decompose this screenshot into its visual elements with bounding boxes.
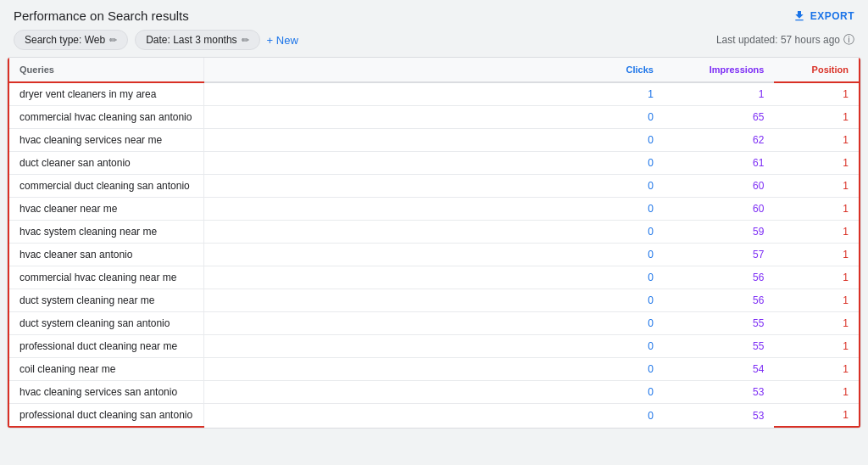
spacer-cell (203, 335, 593, 358)
query-cell: duct cleaner san antonio (8, 152, 203, 175)
new-button[interactable]: + New (267, 34, 298, 47)
date-filter[interactable]: Date: Last 3 months ✏ (135, 30, 259, 50)
impressions-cell: 56 (664, 266, 775, 289)
impressions-cell: 54 (664, 358, 775, 381)
impressions-cell: 59 (664, 221, 775, 244)
query-cell: commercial duct cleaning san antonio (8, 175, 203, 198)
info-icon: ⓘ (843, 32, 854, 48)
table-container: Queries Clicks Impressions Position drye… (7, 57, 861, 429)
page-title: Performance on Search results (14, 8, 189, 23)
query-cell: hvac cleaning services near me (8, 129, 203, 152)
col-header-clicks: Clicks (593, 58, 664, 82)
clicks-cell: 0 (593, 221, 664, 244)
query-cell: duct system cleaning san antonio (8, 312, 203, 335)
query-cell: professional duct cleaning san antonio (8, 404, 203, 428)
impressions-cell: 55 (664, 335, 775, 358)
col-header-impressions: Impressions (664, 58, 775, 82)
impressions-cell: 53 (664, 404, 775, 428)
clicks-cell: 0 (593, 129, 664, 152)
clicks-cell: 0 (593, 198, 664, 221)
clicks-cell: 0 (593, 175, 664, 198)
spacer-cell (203, 266, 593, 289)
spacer-cell (203, 175, 593, 198)
spacer-cell (203, 129, 593, 152)
impressions-cell: 57 (664, 244, 775, 266)
position-cell: 1 (774, 198, 860, 221)
export-button[interactable]: EXPORT (793, 9, 854, 23)
clicks-cell: 0 (593, 289, 664, 312)
search-type-filter[interactable]: Search type: Web ✏ (14, 30, 128, 50)
table-row: coil cleaning near me 0 54 1 (8, 358, 860, 381)
impressions-cell: 65 (664, 106, 775, 129)
position-cell: 1 (774, 106, 860, 129)
col-header-spacer (203, 58, 593, 82)
query-cell: professional duct cleaning near me (8, 335, 203, 358)
spacer-cell (203, 289, 593, 312)
query-cell: hvac system cleaning near me (8, 221, 203, 244)
table-row: hvac cleaning services near me 0 62 1 (8, 129, 860, 152)
impressions-cell: 61 (664, 152, 775, 175)
position-cell: 1 (774, 335, 860, 358)
table-row: commercial hvac cleaning near me 0 56 1 (8, 266, 860, 289)
col-header-queries: Queries (8, 58, 203, 82)
col-header-position: Position (774, 58, 860, 82)
table-row: duct system cleaning near me 0 56 1 (8, 289, 860, 312)
spacer-cell (203, 198, 593, 221)
filter-bar: Search type: Web ✏ Date: Last 3 months ✏… (0, 23, 868, 57)
query-cell: duct system cleaning near me (8, 289, 203, 312)
clicks-cell: 0 (593, 404, 664, 428)
table-row: commercial duct cleaning san antonio 0 6… (8, 175, 860, 198)
clicks-cell: 0 (593, 381, 664, 404)
impressions-cell: 1 (664, 82, 775, 106)
export-icon (793, 9, 806, 23)
top-bar: Performance on Search results EXPORT (0, 0, 868, 23)
table-header-row: Queries Clicks Impressions Position (8, 58, 860, 82)
edit-icon: ✏ (109, 35, 117, 46)
table-row: commercial hvac cleaning san antonio 0 6… (8, 106, 860, 129)
spacer-cell (203, 381, 593, 404)
spacer-cell (203, 221, 593, 244)
last-updated: Last updated: 57 hours ago ⓘ (716, 32, 854, 48)
spacer-cell (203, 82, 593, 106)
clicks-cell: 0 (593, 152, 664, 175)
table-body: dryer vent cleaners in my area 1 1 1 com… (8, 82, 860, 427)
clicks-cell: 0 (593, 106, 664, 129)
position-cell: 1 (774, 82, 860, 106)
table-row: hvac cleaner near me 0 60 1 (8, 198, 860, 221)
position-cell: 1 (774, 312, 860, 335)
table-row: hvac system cleaning near me 0 59 1 (8, 221, 860, 244)
spacer-cell (203, 312, 593, 335)
position-cell: 1 (774, 404, 860, 428)
spacer-cell (203, 404, 593, 428)
query-cell: commercial hvac cleaning san antonio (8, 106, 203, 129)
results-table: Queries Clicks Impressions Position drye… (8, 58, 860, 428)
filter-left: Search type: Web ✏ Date: Last 3 months ✏… (14, 30, 298, 50)
clicks-cell: 0 (593, 266, 664, 289)
clicks-cell: 1 (593, 82, 664, 106)
position-cell: 1 (774, 221, 860, 244)
position-cell: 1 (774, 266, 860, 289)
table-row: hvac cleaner san antonio 0 57 1 (8, 244, 860, 266)
impressions-cell: 60 (664, 198, 775, 221)
table-row: duct cleaner san antonio 0 61 1 (8, 152, 860, 175)
spacer-cell (203, 152, 593, 175)
position-cell: 1 (774, 129, 860, 152)
impressions-cell: 60 (664, 175, 775, 198)
impressions-cell: 62 (664, 129, 775, 152)
query-cell: dryer vent cleaners in my area (8, 82, 203, 106)
position-cell: 1 (774, 152, 860, 175)
clicks-cell: 0 (593, 358, 664, 381)
query-cell: hvac cleaner san antonio (8, 244, 203, 266)
spacer-cell (203, 244, 593, 266)
edit-icon-date: ✏ (242, 35, 249, 46)
spacer-cell (203, 106, 593, 129)
clicks-cell: 0 (593, 244, 664, 266)
query-cell: hvac cleaning services san antonio (8, 381, 203, 404)
position-cell: 1 (774, 289, 860, 312)
table-row: professional duct cleaning san antonio 0… (8, 404, 860, 428)
impressions-cell: 55 (664, 312, 775, 335)
clicks-cell: 0 (593, 312, 664, 335)
query-cell: coil cleaning near me (8, 358, 203, 381)
clicks-cell: 0 (593, 335, 664, 358)
table-row: duct system cleaning san antonio 0 55 1 (8, 312, 860, 335)
